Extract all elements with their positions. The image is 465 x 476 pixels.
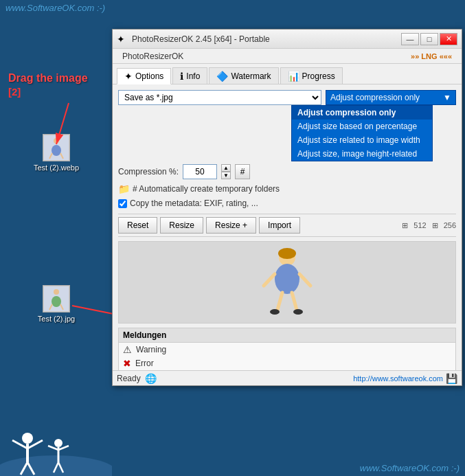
- window-controls[interactable]: — □ ✕: [401, 33, 457, 45]
- import-button[interactable]: Import: [259, 217, 300, 234]
- status-url[interactable]: http://www.softwareok.com: [353, 374, 443, 383]
- content-area: Save as *.jpg Adjust compression only ▼ …: [113, 84, 462, 390]
- dropdown-item-width[interactable]: Adjust size related to image width: [292, 133, 432, 147]
- disk-icon: 💾: [446, 373, 457, 384]
- watermark-bottom: www.SoftwareOK.com :-): [360, 463, 460, 473]
- error-icon: ✖: [123, 358, 131, 369]
- svg-line-19: [299, 274, 310, 286]
- svg-point-25: [22, 433, 33, 444]
- tab-options[interactable]: ✦ Options: [117, 68, 171, 84]
- progress-icon: 📊: [288, 71, 299, 82]
- dropdown-item-compression[interactable]: Adjust compression only: [292, 106, 432, 120]
- metadata-label: Copy the metadata: EXIF, rating, ...: [130, 199, 258, 208]
- resize-plus-button[interactable]: Resize +: [206, 217, 256, 234]
- svg-point-22: [270, 309, 280, 315]
- log-header: Meldungen: [119, 328, 455, 343]
- log-error-text: Error: [135, 359, 154, 368]
- save-as-select[interactable]: Save as *.jpg: [118, 90, 321, 105]
- drag-image-label: Drag the image: [8, 72, 88, 84]
- svg-point-2: [52, 145, 61, 156]
- tab-watermark[interactable]: 🔷 Watermark: [209, 67, 278, 84]
- log-warning-text: Warning: [136, 345, 166, 354]
- bottom-illustration: [0, 394, 112, 476]
- options-icon: ✦: [124, 71, 133, 82]
- desktop-icon-webp-label: Test (2).webp: [34, 163, 79, 172]
- globe-icon: 🌐: [145, 373, 157, 384]
- dropdown-item-height[interactable]: Adjust size, image height-related: [292, 147, 432, 161]
- desktop-icon-webp-image: [43, 134, 70, 161]
- log-error-item: ✖ Error: [119, 356, 455, 370]
- window-title: PhotoResizerOK 2.45 [x64] - Portable: [132, 34, 401, 44]
- checkbox-row: Copy the metadata: EXIF, rating, ...: [118, 199, 456, 208]
- svg-point-31: [54, 439, 63, 447]
- tab-options-label: Options: [135, 71, 163, 81]
- size-256-icon: ⊞: [432, 221, 438, 230]
- tab-info-label: Info: [186, 71, 200, 81]
- tab-progress-label: Progress: [302, 71, 335, 81]
- metadata-checkbox[interactable]: [118, 199, 127, 208]
- size-indicators: ⊞ 512 ⊞ 256: [402, 221, 456, 230]
- adjust-compression-value: Adjust compression only: [330, 93, 420, 102]
- compression-label: Compression %:: [118, 167, 179, 177]
- spinner-down[interactable]: ▼: [221, 172, 231, 179]
- svg-line-18: [264, 274, 275, 286]
- watermark-icon: 🔷: [216, 71, 228, 82]
- tab-progress[interactable]: 📊 Progress: [280, 67, 343, 84]
- warning-icon: ⚠: [123, 344, 132, 355]
- compression-spinner[interactable]: ▲ ▼: [221, 164, 231, 179]
- svg-point-16: [278, 248, 296, 259]
- adjust-compression-select[interactable]: Adjust compression only ▼: [326, 90, 456, 105]
- maximize-button[interactable]: □: [420, 33, 438, 45]
- reset-button[interactable]: Reset: [118, 217, 157, 234]
- preview-image: [256, 248, 318, 317]
- compression-input[interactable]: [183, 164, 217, 179]
- size-512-icon: ⊞: [402, 221, 408, 230]
- status-ready: Ready: [117, 374, 141, 383]
- svg-line-20: [277, 293, 282, 310]
- desktop-icon-jpg[interactable]: Test (2).jpg: [29, 285, 84, 323]
- hash-button[interactable]: #: [235, 164, 250, 179]
- svg-point-23: [293, 309, 303, 315]
- tab-info[interactable]: ℹ Info: [172, 67, 207, 84]
- status-bar: Ready 🌐 http://www.softwareok.com 💾: [113, 370, 462, 385]
- size-512-value: 512: [413, 221, 426, 230]
- folder-icon: 📁: [118, 183, 130, 194]
- watermark-top: www.SoftwareOK.com :-): [5, 3, 105, 13]
- resize-button[interactable]: Resize: [160, 217, 203, 234]
- title-bar[interactable]: ✦ PhotoResizerOK 2.45 [x64] - Portable —…: [113, 30, 462, 49]
- size-256-value: 256: [444, 221, 456, 230]
- dropdown-item-percentage[interactable]: Adjust size based on percentage: [292, 120, 432, 133]
- log-warning-item: ⚠ Warning: [119, 343, 455, 356]
- save-as-row: Save as *.jpg Adjust compression only ▼: [118, 90, 456, 105]
- folder-text: # Automatically create temporary folders: [133, 184, 280, 194]
- main-window: ✦ PhotoResizerOK 2.45 [x64] - Portable —…: [112, 29, 462, 386]
- menu-photoresizerok[interactable]: PhotoResizerOK: [117, 50, 189, 63]
- svg-line-21: [292, 293, 297, 310]
- action-buttons-row: Reset Resize Resize + Import ⊞ 512 ⊞ 256: [118, 214, 456, 237]
- svg-point-1: [54, 138, 59, 144]
- annotation-2: [2]: [8, 86, 21, 98]
- svg-point-7: [52, 296, 61, 307]
- desktop-icon-jpg-label: Test (2).jpg: [38, 315, 75, 323]
- adjust-compression-arrow: ▼: [443, 93, 451, 102]
- dropdown-menu: Adjust compression only Adjust size base…: [291, 105, 433, 161]
- spinner-up[interactable]: ▲: [221, 164, 231, 172]
- info-icon: ℹ: [180, 71, 183, 82]
- desktop-icon-jpg-image: [43, 285, 70, 313]
- toolbar: ✦ Options ℹ Info 🔷 Watermark 📊 Progress: [113, 64, 462, 84]
- app-icon: ✦: [117, 34, 128, 45]
- minimize-button[interactable]: —: [401, 33, 419, 45]
- close-button[interactable]: ✕: [440, 33, 457, 45]
- compression-row: Compression %: ▲ ▼ #: [118, 164, 456, 179]
- menu-bar: PhotoResizerOK »» LNG «««: [113, 49, 462, 64]
- preview-area: [118, 241, 456, 324]
- svg-point-17: [275, 264, 299, 294]
- desktop-icon-webp[interactable]: Test (2).webp: [29, 134, 84, 172]
- folder-row: 📁 # Automatically create temporary folde…: [118, 183, 456, 194]
- menu-lng[interactable]: »» LNG «««: [405, 51, 457, 62]
- svg-point-6: [54, 289, 59, 295]
- tab-watermark-label: Watermark: [231, 71, 271, 81]
